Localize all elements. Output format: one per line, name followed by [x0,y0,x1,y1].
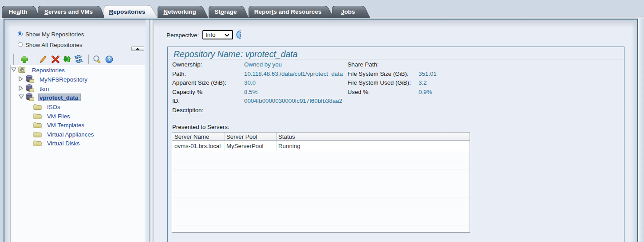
svg-text:?: ? [107,56,111,62]
